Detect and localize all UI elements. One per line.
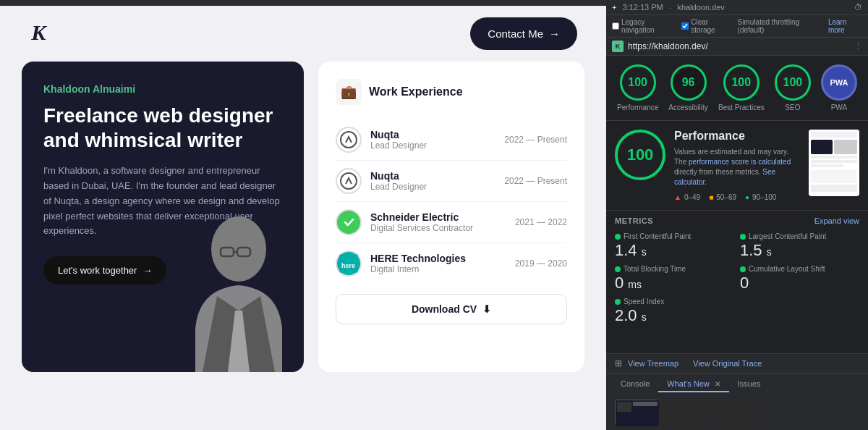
separator: - bbox=[669, 3, 672, 12]
cta-arrow-icon: → bbox=[142, 265, 152, 276]
favicon: K bbox=[612, 41, 624, 52]
metric-fcp-value: 1.4 s bbox=[615, 242, 734, 259]
score-label-accessibility: Accessibility bbox=[668, 104, 707, 111]
expand-view-button[interactable]: Expand view bbox=[814, 216, 859, 225]
contact-arrow-icon: → bbox=[549, 28, 560, 40]
metric-tbt-value: 0 ms bbox=[615, 274, 734, 292]
timer-icon: ⏱ bbox=[854, 3, 862, 12]
devtools-tab-issues[interactable]: Issues bbox=[729, 376, 770, 392]
svg-rect-14 bbox=[811, 156, 857, 159]
work-dates: 2022 — Present bbox=[504, 176, 567, 186]
svg-rect-11 bbox=[811, 132, 857, 138]
url-text: https://khaldoon.dev/ bbox=[628, 41, 708, 51]
metric-dot bbox=[615, 266, 621, 272]
work-item: Nuqta Lead Designer 2022 — Present bbox=[336, 161, 567, 202]
range-item-red: ▲ 0–49 bbox=[674, 193, 700, 201]
treemap-icon: ⊞ bbox=[615, 358, 622, 368]
devtools-tab-whats-new[interactable]: What's New ✕ bbox=[658, 376, 728, 392]
work-company: Schneider Electric bbox=[370, 211, 515, 223]
browser-topbar bbox=[0, 0, 606, 6]
metric-fcp-label: First Contentful Paint bbox=[615, 232, 734, 240]
svg-rect-7 bbox=[341, 214, 357, 230]
metrics-title: METRICS bbox=[615, 216, 653, 225]
work-item: Nuqta Lead Designer 2022 — Present bbox=[336, 119, 567, 161]
svg-text:K: K bbox=[30, 20, 47, 45]
metric-tbt-label: Total Blocking Time bbox=[615, 265, 734, 273]
metric-dot bbox=[740, 266, 746, 272]
metric-lcp-label: Largest Contentful Paint bbox=[740, 232, 859, 240]
contact-button[interactable]: Contact Me → bbox=[470, 17, 577, 50]
perf-score-link[interactable]: performance score is calculated bbox=[689, 158, 791, 166]
svg-rect-22 bbox=[663, 400, 706, 426]
svg-rect-13 bbox=[834, 140, 857, 154]
work-item: Schneider Electric Digital Services Cont… bbox=[336, 202, 567, 243]
metric-si-value: 2.0 s bbox=[615, 307, 734, 324]
svg-rect-20 bbox=[617, 402, 631, 412]
metric-tbt: Total Blocking Time 0 ms bbox=[615, 265, 734, 292]
svg-rect-18 bbox=[811, 185, 857, 192]
clear-storage-checkbox[interactable]: Clear storage bbox=[681, 18, 730, 34]
work-role: Digital Intern bbox=[370, 264, 515, 274]
menu-icon: ⋮ bbox=[854, 42, 862, 51]
tab-close-icon[interactable]: ✕ bbox=[715, 380, 720, 388]
work-company: HERE Technologies bbox=[370, 253, 515, 264]
work-info-here: HERE Technologies Digital Intern bbox=[370, 253, 515, 274]
view-treemap-link[interactable]: View Treemap bbox=[628, 359, 678, 368]
hero-image bbox=[174, 198, 304, 372]
devtools-tabs-row: Console What's New ✕ Issues bbox=[606, 374, 868, 395]
metric-cls: Cumulative Layout Shift 0 bbox=[740, 265, 859, 292]
perf-title: Performance bbox=[674, 130, 800, 143]
svg-text:here: here bbox=[341, 262, 355, 269]
perf-main: 100 Performance Values are estimated and… bbox=[615, 130, 859, 201]
work-logo-schneider bbox=[336, 209, 362, 235]
metric-lcp-value: 1.5 s bbox=[740, 242, 859, 259]
score-circle-seo: 100 bbox=[775, 64, 811, 101]
svg-point-5 bbox=[341, 132, 357, 148]
perf-score-big: 100 bbox=[615, 130, 665, 180]
view-trace-link[interactable]: View Original Trace bbox=[693, 359, 762, 368]
metrics-header: METRICS Expand view bbox=[615, 216, 859, 225]
perf-thumbnail bbox=[809, 130, 859, 196]
work-experience-card: 💼 Work Experience Nuqta Lead Designer bbox=[318, 62, 584, 372]
main-content: Khaldoon Alnuaimi Freelance web designer… bbox=[0, 62, 606, 387]
treemap-row: ⊞ View Treemap View Original Trace bbox=[606, 354, 868, 374]
work-info-schneider: Schneider Electric Digital Services Cont… bbox=[370, 211, 515, 233]
metric-dot bbox=[615, 234, 621, 240]
work-title: Work Experience bbox=[369, 85, 463, 98]
range-item-orange: ■ 50–69 bbox=[709, 193, 736, 201]
lets-work-button[interactable]: Let's work together → bbox=[43, 256, 166, 284]
hero-title: Freelance web designer and whimsical wri… bbox=[43, 104, 282, 152]
score-performance: 100 Performance bbox=[617, 64, 658, 111]
range-item-green: ● 90–100 bbox=[745, 193, 776, 201]
perf-section: 100 Performance Values are estimated and… bbox=[606, 121, 868, 211]
work-company: Nuqta bbox=[370, 129, 504, 140]
screenshot-thumb bbox=[663, 400, 706, 426]
metric-lcp: Largest Contentful Paint 1.5 s bbox=[740, 232, 859, 259]
devtools-tab-console[interactable]: Console bbox=[612, 376, 658, 392]
metrics-grid: First Contentful Paint 1.4 s Largest Con… bbox=[615, 232, 859, 325]
score-pwa: PWA PWA bbox=[821, 64, 857, 111]
work-dates: 2022 — Present bbox=[504, 135, 567, 145]
score-circle-accessibility: 96 bbox=[671, 64, 707, 101]
learn-more-link[interactable]: Learn more bbox=[828, 18, 862, 34]
perf-range: ▲ 0–49 ■ 50–69 ● 90–100 bbox=[674, 193, 800, 201]
work-info-nuqta1: Nuqta Lead Designer bbox=[370, 129, 504, 151]
devtools-bottom: ⊞ View Treemap View Original Trace Conso… bbox=[606, 353, 868, 430]
work-logo-here: here bbox=[336, 250, 362, 277]
svg-rect-23 bbox=[710, 400, 754, 426]
screenshots-row bbox=[606, 395, 868, 430]
bottom-strip bbox=[0, 387, 606, 430]
download-cv-button[interactable]: Download CV ⬇ bbox=[336, 294, 567, 324]
briefcase-icon: 💼 bbox=[336, 79, 362, 105]
hero-card: Khaldoon Alnuaimi Freelance web designer… bbox=[22, 62, 304, 372]
contact-btn-label: Contact Me bbox=[488, 28, 543, 40]
metric-si: Speed Index 2.0 s bbox=[615, 298, 734, 324]
download-cv-label: Download CV bbox=[412, 303, 477, 315]
screenshot-thumb bbox=[615, 400, 658, 426]
work-dates: 2019 — 2020 bbox=[515, 258, 567, 269]
work-info-nuqta2: Nuqta Lead Designer bbox=[370, 170, 504, 192]
legacy-nav-checkbox[interactable]: Legacy navigation bbox=[612, 18, 674, 34]
devtools-panel: + 3:12:13 PM - khaldoon.dev ⏱ Legacy nav… bbox=[606, 0, 868, 430]
work-role: Lead Designer bbox=[370, 140, 504, 151]
score-best-practices: 100 Best Practices bbox=[718, 64, 765, 111]
